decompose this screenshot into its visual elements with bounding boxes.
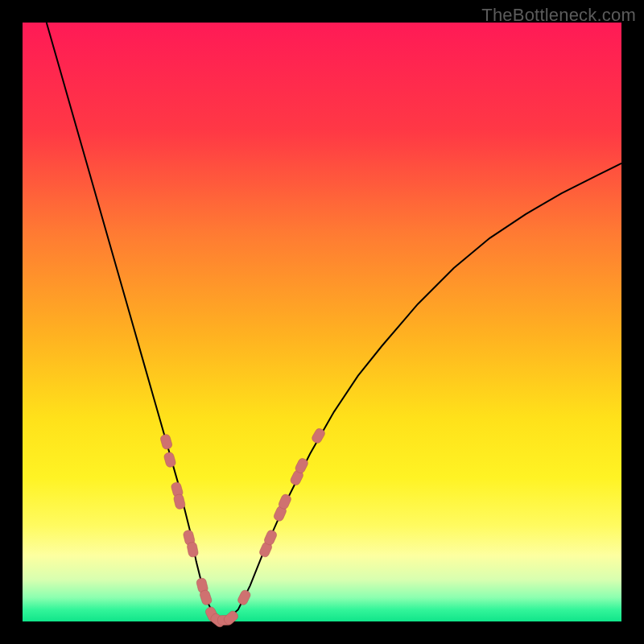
chart-svg bbox=[23, 23, 621, 621]
marker-group bbox=[159, 427, 326, 629]
outer-frame: TheBottleneck.com bbox=[0, 0, 644, 644]
curve-marker bbox=[237, 589, 252, 606]
curve-marker bbox=[163, 452, 176, 469]
curve-marker bbox=[159, 434, 172, 451]
curve-marker bbox=[173, 493, 186, 510]
bottleneck-curve bbox=[47, 23, 621, 621]
curve-marker bbox=[187, 542, 199, 558]
watermark-text: TheBottleneck.com bbox=[481, 5, 636, 26]
plot-area bbox=[23, 23, 621, 621]
